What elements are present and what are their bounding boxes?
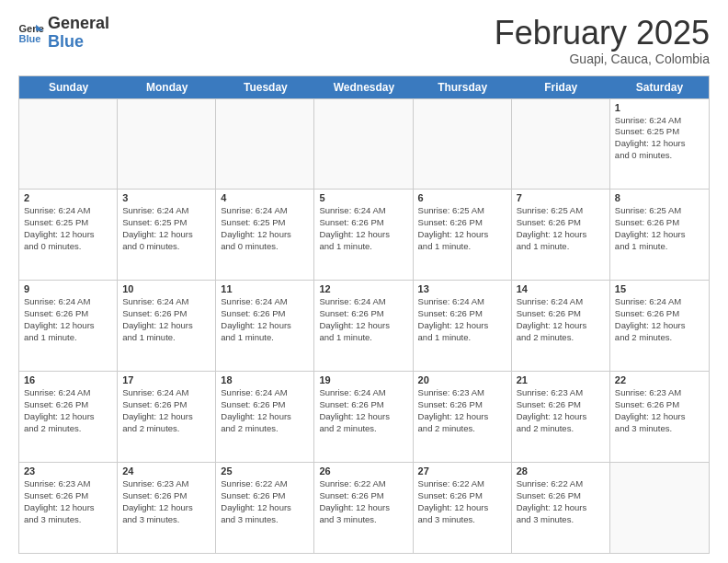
day-number: 3 — [122, 192, 210, 203]
calendar-cell: 6Sunrise: 6:25 AM Sunset: 6:26 PM Daylig… — [414, 190, 512, 280]
calendar-cell: 10Sunrise: 6:24 AM Sunset: 6:26 PM Dayli… — [118, 281, 216, 371]
weekday-header: Sunday — [19, 76, 118, 98]
calendar-cell — [414, 99, 512, 190]
calendar-cell: 21Sunrise: 6:23 AM Sunset: 6:26 PM Dayli… — [512, 372, 610, 462]
day-number: 9 — [24, 283, 112, 294]
calendar-body: 1Sunrise: 6:24 AM Sunset: 6:25 PM Daylig… — [19, 98, 709, 553]
calendar-cell: 24Sunrise: 6:23 AM Sunset: 6:26 PM Dayli… — [118, 463, 216, 553]
day-info: Sunrise: 6:24 AM Sunset: 6:26 PM Dayligh… — [319, 205, 407, 252]
calendar-row: 9Sunrise: 6:24 AM Sunset: 6:26 PM Daylig… — [19, 280, 709, 371]
day-info: Sunrise: 6:24 AM Sunset: 6:26 PM Dayligh… — [319, 296, 407, 343]
calendar-cell: 19Sunrise: 6:24 AM Sunset: 6:26 PM Dayli… — [314, 372, 413, 462]
day-number: 25 — [221, 465, 309, 477]
calendar-cell: 18Sunrise: 6:24 AM Sunset: 6:26 PM Dayli… — [216, 372, 314, 462]
calendar-cell: 14Sunrise: 6:24 AM Sunset: 6:26 PM Dayli… — [512, 281, 610, 371]
svg-text:Blue: Blue — [18, 33, 40, 43]
day-info: Sunrise: 6:24 AM Sunset: 6:25 PM Dayligh… — [122, 205, 210, 252]
weekday-header: Monday — [118, 76, 216, 98]
calendar-cell: 28Sunrise: 6:22 AM Sunset: 6:26 PM Dayli… — [512, 463, 610, 553]
day-info: Sunrise: 6:24 AM Sunset: 6:26 PM Dayligh… — [517, 296, 605, 343]
calendar-cell — [216, 99, 314, 190]
calendar-cell: 5Sunrise: 6:24 AM Sunset: 6:26 PM Daylig… — [314, 190, 413, 280]
day-number: 5 — [319, 192, 407, 203]
day-info: Sunrise: 6:23 AM Sunset: 6:26 PM Dayligh… — [615, 387, 704, 434]
calendar-cell: 2Sunrise: 6:24 AM Sunset: 6:25 PM Daylig… — [19, 190, 118, 280]
calendar-cell: 11Sunrise: 6:24 AM Sunset: 6:26 PM Dayli… — [216, 281, 314, 371]
day-number: 14 — [517, 283, 605, 294]
day-info: Sunrise: 6:24 AM Sunset: 6:26 PM Dayligh… — [24, 296, 112, 343]
day-info: Sunrise: 6:23 AM Sunset: 6:26 PM Dayligh… — [418, 387, 506, 434]
day-info: Sunrise: 6:24 AM Sunset: 6:26 PM Dayligh… — [122, 296, 210, 343]
calendar-cell: 12Sunrise: 6:24 AM Sunset: 6:26 PM Dayli… — [314, 281, 413, 371]
day-info: Sunrise: 6:22 AM Sunset: 6:26 PM Dayligh… — [319, 478, 407, 525]
day-number: 17 — [122, 374, 210, 385]
calendar-cell: 25Sunrise: 6:22 AM Sunset: 6:26 PM Dayli… — [216, 463, 314, 553]
calendar-cell: 8Sunrise: 6:25 AM Sunset: 6:26 PM Daylig… — [610, 190, 709, 280]
logo-general: General — [48, 15, 109, 33]
calendar-cell — [314, 99, 413, 190]
day-info: Sunrise: 6:22 AM Sunset: 6:26 PM Dayligh… — [418, 478, 506, 525]
day-info: Sunrise: 6:24 AM Sunset: 6:26 PM Dayligh… — [122, 387, 210, 434]
weekday-header: Wednesday — [314, 76, 413, 98]
day-info: Sunrise: 6:24 AM Sunset: 6:25 PM Dayligh… — [24, 205, 112, 252]
day-number: 19 — [319, 374, 407, 385]
day-info: Sunrise: 6:25 AM Sunset: 6:26 PM Dayligh… — [615, 205, 704, 252]
calendar-cell: 26Sunrise: 6:22 AM Sunset: 6:26 PM Dayli… — [314, 463, 413, 553]
day-info: Sunrise: 6:23 AM Sunset: 6:26 PM Dayligh… — [122, 478, 210, 525]
weekday-header: Thursday — [414, 76, 512, 98]
calendar-cell: 23Sunrise: 6:23 AM Sunset: 6:26 PM Dayli… — [19, 463, 118, 553]
logo: General Blue General Blue — [18, 15, 109, 52]
day-info: Sunrise: 6:24 AM Sunset: 6:26 PM Dayligh… — [615, 296, 704, 343]
day-info: Sunrise: 6:22 AM Sunset: 6:26 PM Dayligh… — [221, 478, 309, 525]
calendar-cell: 13Sunrise: 6:24 AM Sunset: 6:26 PM Dayli… — [414, 281, 512, 371]
day-info: Sunrise: 6:23 AM Sunset: 6:26 PM Dayligh… — [24, 478, 112, 525]
day-number: 22 — [615, 374, 704, 385]
day-number: 1 — [615, 102, 704, 113]
day-number: 4 — [221, 192, 309, 203]
logo-blue: Blue — [48, 33, 109, 52]
day-info: Sunrise: 6:24 AM Sunset: 6:26 PM Dayligh… — [221, 296, 309, 343]
calendar-row: 16Sunrise: 6:24 AM Sunset: 6:26 PM Dayli… — [19, 371, 709, 462]
day-info: Sunrise: 6:23 AM Sunset: 6:26 PM Dayligh… — [517, 387, 605, 434]
calendar-cell — [118, 99, 216, 190]
day-number: 6 — [418, 192, 506, 203]
calendar-cell — [19, 99, 118, 190]
calendar: SundayMondayTuesdayWednesdayThursdayFrid… — [18, 75, 710, 554]
calendar-cell — [512, 99, 610, 190]
day-number: 2 — [24, 192, 112, 203]
weekday-header: Tuesday — [216, 76, 314, 98]
day-number: 16 — [24, 374, 112, 385]
day-info: Sunrise: 6:24 AM Sunset: 6:26 PM Dayligh… — [418, 296, 506, 343]
calendar-cell: 16Sunrise: 6:24 AM Sunset: 6:26 PM Dayli… — [19, 372, 118, 462]
weekday-header: Saturday — [610, 76, 709, 98]
page-header: General Blue General Blue February 2025 … — [18, 15, 710, 66]
day-number: 26 — [319, 465, 407, 477]
day-number: 8 — [615, 192, 704, 203]
calendar-cell: 27Sunrise: 6:22 AM Sunset: 6:26 PM Dayli… — [414, 463, 512, 553]
location: Guapi, Cauca, Colombia — [495, 52, 710, 66]
day-info: Sunrise: 6:24 AM Sunset: 6:26 PM Dayligh… — [319, 387, 407, 434]
day-number: 13 — [418, 283, 506, 294]
day-number: 18 — [221, 374, 309, 385]
day-info: Sunrise: 6:24 AM Sunset: 6:25 PM Dayligh… — [615, 115, 704, 162]
day-number: 23 — [24, 465, 112, 477]
calendar-cell: 3Sunrise: 6:24 AM Sunset: 6:25 PM Daylig… — [118, 190, 216, 280]
day-info: Sunrise: 6:25 AM Sunset: 6:26 PM Dayligh… — [517, 205, 605, 252]
day-number: 7 — [517, 192, 605, 203]
calendar-header: SundayMondayTuesdayWednesdayThursdayFrid… — [19, 76, 709, 98]
calendar-cell: 20Sunrise: 6:23 AM Sunset: 6:26 PM Dayli… — [414, 372, 512, 462]
day-number: 15 — [615, 283, 704, 294]
title-block: February 2025 Guapi, Cauca, Colombia — [495, 15, 710, 66]
day-info: Sunrise: 6:22 AM Sunset: 6:26 PM Dayligh… — [517, 478, 605, 525]
day-info: Sunrise: 6:24 AM Sunset: 6:26 PM Dayligh… — [24, 387, 112, 434]
day-info: Sunrise: 6:24 AM Sunset: 6:26 PM Dayligh… — [221, 387, 309, 434]
day-number: 11 — [221, 283, 309, 294]
day-info: Sunrise: 6:24 AM Sunset: 6:25 PM Dayligh… — [221, 205, 309, 252]
day-number: 27 — [418, 465, 506, 477]
calendar-cell: 17Sunrise: 6:24 AM Sunset: 6:26 PM Dayli… — [118, 372, 216, 462]
day-number: 10 — [122, 283, 210, 294]
logo-icon: General Blue — [18, 23, 44, 43]
calendar-cell: 4Sunrise: 6:24 AM Sunset: 6:25 PM Daylig… — [216, 190, 314, 280]
day-number: 24 — [122, 465, 210, 477]
day-number: 20 — [418, 374, 506, 385]
